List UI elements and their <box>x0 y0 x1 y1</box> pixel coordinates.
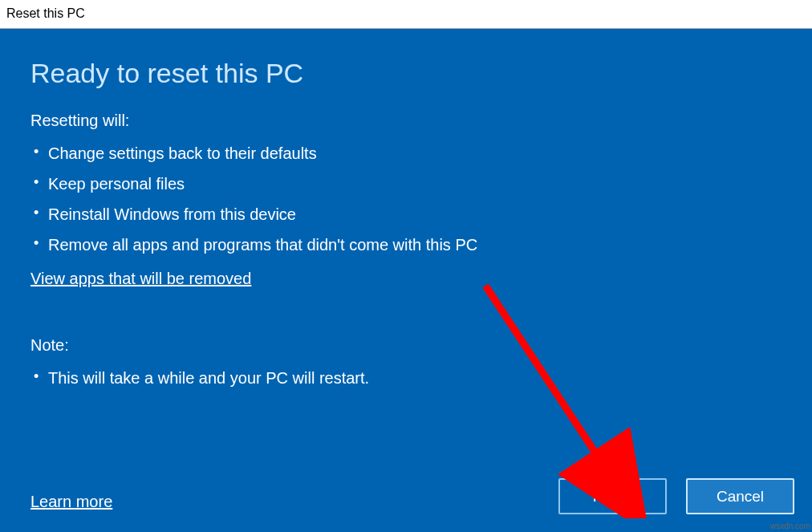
list-item: Keep personal files <box>30 169 782 199</box>
resetting-will-list: Change settings back to their defaults K… <box>30 138 782 260</box>
list-item: Change settings back to their defaults <box>30 138 782 169</box>
note-list: This will take a while and your PC will … <box>30 363 782 393</box>
view-apps-link[interactable]: View apps that will be removed <box>30 270 251 288</box>
reset-button[interactable]: Reset <box>558 478 667 514</box>
resetting-will-label: Resetting will: <box>30 112 782 130</box>
learn-more-link[interactable]: Learn more <box>30 493 112 511</box>
list-item: Remove all apps and programs that didn't… <box>30 229 782 260</box>
watermark-text: wsxdn.com <box>770 522 810 530</box>
window-title-bar: Reset this PC <box>0 0 812 29</box>
window-title: Reset this PC <box>6 6 85 20</box>
list-item: Reinstall Windows from this device <box>30 199 782 229</box>
note-label: Note: <box>30 336 782 355</box>
dialog-button-row: Reset Cancel <box>558 478 794 514</box>
dialog-body: Ready to reset this PC Resetting will: C… <box>0 29 812 532</box>
list-item: This will take a while and your PC will … <box>30 363 782 393</box>
cancel-button[interactable]: Cancel <box>686 478 794 514</box>
page-heading: Ready to reset this PC <box>30 58 782 89</box>
